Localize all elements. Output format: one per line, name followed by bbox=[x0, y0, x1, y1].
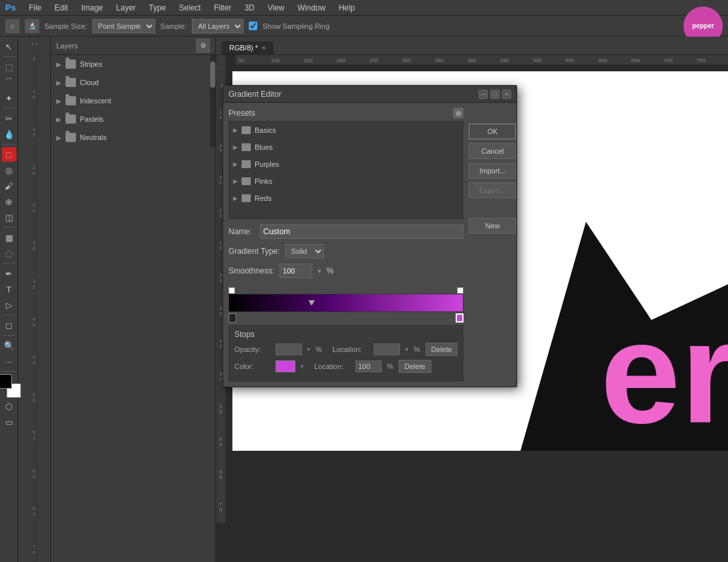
preset-item-blues[interactable]: ▶ Blues bbox=[229, 139, 463, 156]
opacity-stop-left[interactable] bbox=[228, 287, 235, 294]
export-button[interactable]: Export... bbox=[469, 183, 516, 198]
brush-tool[interactable]: □ bbox=[2, 147, 16, 162]
smoothness-input[interactable] bbox=[280, 264, 312, 278]
fg-bg-color-selector[interactable] bbox=[0, 374, 21, 398]
gradient-tool[interactable]: ▦ bbox=[2, 230, 16, 245]
menu-view[interactable]: View bbox=[265, 2, 287, 14]
color-location-input[interactable] bbox=[355, 360, 382, 372]
smoothness-label: Smoothness: bbox=[228, 266, 274, 275]
home-icon[interactable]: ⌂ bbox=[5, 19, 20, 33]
lasso-tool[interactable]: ⌒ bbox=[2, 75, 16, 90]
eyedropper-icon[interactable]: 🔬 bbox=[25, 19, 39, 33]
app-logo: Ps bbox=[5, 3, 16, 12]
opacity-stop-right[interactable] bbox=[457, 287, 464, 294]
pen-tool[interactable]: ✒ bbox=[2, 266, 16, 281]
eyedropper-tool[interactable]: 💧 bbox=[2, 127, 16, 141]
opacity-location-stepper[interactable]: ▾ bbox=[405, 346, 409, 353]
opacity-stepper[interactable]: ▾ bbox=[307, 346, 310, 353]
quick-mask-tool[interactable]: ⬡ bbox=[2, 399, 16, 413]
color-stop-label: Color: bbox=[234, 362, 270, 370]
name-input[interactable] bbox=[260, 224, 464, 239]
layer-item-iridescent[interactable]: ▶ Iridescent bbox=[51, 92, 215, 110]
smoothness-select-arrow[interactable]: ▾ bbox=[318, 267, 321, 275]
color-delete-btn[interactable]: Delete bbox=[399, 360, 431, 373]
layer-arrow-neutrals: ▶ bbox=[56, 134, 62, 141]
gradient-editor-dialog[interactable]: Gradient Editor ─ □ × Presets ⚙ ▶ Basics bbox=[223, 85, 517, 387]
opacity-location-input[interactable] bbox=[374, 343, 400, 355]
presets-label: Presets bbox=[228, 109, 255, 118]
layer-folder-cloud bbox=[65, 78, 76, 87]
preset-folder-reds bbox=[242, 194, 251, 202]
dialog-minimize-btn[interactable]: ─ bbox=[479, 90, 488, 99]
opacity-stop-label: Opacity: bbox=[234, 345, 270, 353]
move-tool[interactable]: ↖ bbox=[2, 39, 16, 54]
shape-tool[interactable]: ◻ bbox=[2, 318, 16, 332]
layers-scrollbar[interactable] bbox=[210, 55, 215, 147]
spot-heal-tool[interactable]: ◎ bbox=[2, 163, 16, 177]
color-swatch-arrow[interactable]: ▾ bbox=[300, 363, 304, 370]
sample-size-select[interactable]: Point Sample bbox=[92, 19, 155, 33]
screen-mode-tool[interactable]: ▭ bbox=[2, 415, 16, 429]
canvas-tab-close[interactable]: × bbox=[262, 44, 266, 52]
ok-button[interactable]: OK bbox=[469, 124, 516, 139]
blur-tool[interactable]: ◌ bbox=[2, 246, 16, 260]
canvas-tab[interactable]: RGB/8) * × bbox=[221, 41, 274, 54]
path-selection-tool[interactable]: ▷ bbox=[2, 298, 16, 312]
svg-text:450: 450 bbox=[500, 58, 509, 63]
gradient-bar[interactable] bbox=[228, 294, 464, 312]
layer-item-neutrals[interactable]: ▶ Neutrals bbox=[51, 128, 215, 147]
menu-window[interactable]: Window bbox=[295, 2, 329, 14]
layer-item-cloud[interactable]: ▶ Cloud bbox=[51, 73, 215, 92]
preset-item-reds[interactable]: ▶ Reds bbox=[229, 190, 463, 207]
color-stop-black[interactable] bbox=[228, 313, 236, 323]
dialog-close-btn[interactable]: × bbox=[502, 90, 511, 99]
menu-filter[interactable]: Filter bbox=[211, 2, 234, 14]
import-button[interactable]: Import... bbox=[469, 163, 516, 179]
gradient-type-select[interactable]: Solid Noise bbox=[285, 244, 324, 258]
eraser-tool[interactable]: ◫ bbox=[2, 210, 16, 224]
opacity-delete-btn[interactable]: Delete bbox=[426, 343, 458, 356]
layer-name-iridescent: Iridescent bbox=[80, 97, 111, 105]
color-swatch-picker[interactable] bbox=[276, 360, 295, 372]
brush-paint-tool[interactable]: 🖌 bbox=[2, 179, 16, 193]
preset-item-basics[interactable]: ▶ Basics bbox=[229, 122, 463, 139]
color-stop-pink[interactable] bbox=[456, 313, 464, 323]
menu-file[interactable]: File bbox=[26, 2, 44, 14]
menu-help[interactable]: Help bbox=[336, 2, 357, 14]
layers-settings-icon[interactable]: ⚙ bbox=[196, 39, 210, 53]
magic-wand-tool[interactable]: ✦ bbox=[2, 91, 16, 105]
crop-tool[interactable]: ✂ bbox=[2, 111, 16, 126]
menu-3d[interactable]: 3D bbox=[242, 2, 257, 14]
fg-color-swatch[interactable] bbox=[0, 374, 12, 389]
gradient-midpoint-marker[interactable] bbox=[308, 300, 315, 306]
clone-stamp-tool[interactable]: ⊕ bbox=[2, 194, 16, 209]
presets-list[interactable]: ▶ Basics ▶ Blues ▶ Purples bbox=[228, 121, 464, 219]
layer-item-pastels[interactable]: ▶ Pastels bbox=[51, 110, 215, 128]
more-tools[interactable]: ··· bbox=[2, 354, 16, 368]
menu-select[interactable]: Select bbox=[176, 2, 203, 14]
preset-folder-blues bbox=[242, 143, 251, 151]
zoom-tool[interactable]: 🔍 bbox=[2, 338, 16, 353]
menu-image[interactable]: Image bbox=[79, 2, 105, 14]
new-button[interactable]: New bbox=[469, 218, 516, 234]
opacity-value-input[interactable] bbox=[276, 343, 302, 355]
sample-layer-select[interactable]: All Layers bbox=[192, 19, 244, 33]
dialog-maximize-btn[interactable]: □ bbox=[490, 90, 500, 99]
preset-arrow-basics: ▶ bbox=[233, 127, 238, 133]
menu-edit[interactable]: Edit bbox=[52, 2, 71, 14]
marquee-tool[interactable]: ⬚ bbox=[2, 60, 16, 74]
ruler-v-ticks: 5 10 15 20 25 30 35 40 45 50 55 60 65 70 bbox=[32, 56, 37, 562]
layer-item-stripes[interactable]: ▶ Stripes bbox=[51, 55, 215, 73]
menu-type[interactable]: Type bbox=[146, 2, 168, 14]
show-sampling-ring-checkbox[interactable] bbox=[249, 22, 257, 30]
preset-item-pinks[interactable]: ▶ Pinks bbox=[229, 173, 463, 190]
presets-gear-btn[interactable]: ⚙ bbox=[453, 108, 464, 118]
cancel-button[interactable]: Cancel bbox=[469, 143, 516, 159]
svg-text:100: 100 bbox=[271, 58, 280, 63]
type-tool[interactable]: T bbox=[2, 282, 16, 296]
layer-folder-stripes bbox=[65, 60, 76, 69]
color-location-label: Location: bbox=[314, 362, 350, 370]
menu-layer[interactable]: Layer bbox=[113, 2, 138, 14]
preset-item-purples[interactable]: ▶ Purples bbox=[229, 156, 463, 173]
v-ruler-strip: 5 10 15 20 25 30 35 40 45 50 55 60 65 70 bbox=[32, 50, 37, 562]
